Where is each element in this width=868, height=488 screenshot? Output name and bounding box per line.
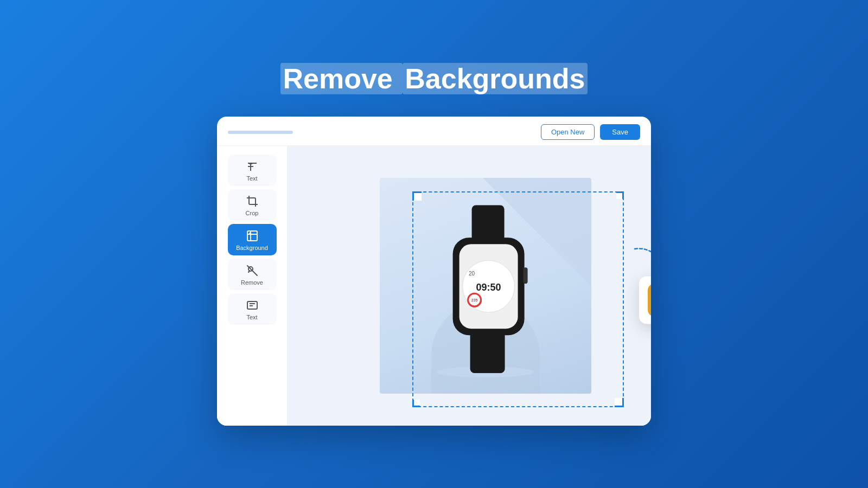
open-new-button[interactable]: Open New: [541, 124, 595, 140]
tool-crop[interactable]: Crop: [228, 189, 277, 221]
canvas-area: 09:50 20 235: [288, 146, 651, 426]
watch-image: 09:50 20 235: [426, 205, 551, 373]
tool-text2[interactable]: Text: [228, 293, 277, 325]
svg-point-3: [249, 233, 250, 234]
crop-corner-br: [616, 400, 624, 407]
page-title: Remove Backgrounds: [280, 62, 587, 95]
background-icon: [246, 229, 259, 242]
sidebar: Text Crop Background: [217, 146, 288, 426]
save-button[interactable]: Save: [600, 124, 640, 140]
tool-text[interactable]: Text: [228, 155, 277, 186]
svg-text:235: 235: [471, 298, 478, 302]
watch-container: 09:50 20 235: [380, 178, 591, 394]
background-tool-label: Background: [236, 245, 268, 251]
svg-rect-16: [524, 267, 528, 284]
svg-rect-7: [470, 330, 505, 373]
svg-text:09:50: 09:50: [476, 282, 501, 293]
remove-icon: [246, 264, 259, 277]
crop-corner-tr: [616, 191, 624, 199]
svg-rect-2: [247, 231, 257, 241]
crop-icon: [246, 195, 259, 208]
text-icon: [246, 160, 259, 173]
remove-tool-label: Remove: [241, 279, 263, 286]
variant-yellow[interactable]: 09:50: [648, 284, 651, 316]
crop-corner-bl: [412, 400, 420, 407]
tool-background[interactable]: Background: [228, 224, 277, 255]
svg-rect-6: [472, 205, 505, 243]
app-window: Open New Save Text Crop: [217, 117, 651, 426]
window-body: Text Crop Background: [217, 146, 651, 426]
svg-text:20: 20: [469, 271, 475, 277]
tool-remove[interactable]: Remove: [228, 259, 277, 290]
header-buttons: Open New Save: [541, 124, 640, 140]
dotted-arrow: [629, 243, 651, 276]
window-header: Open New Save: [217, 117, 651, 146]
variant-popup: 09:50 09:50: [639, 276, 651, 324]
text-tool-label: Text: [246, 175, 257, 182]
text2-icon: [246, 299, 259, 312]
text2-tool-label: Text: [246, 314, 257, 320]
window-title-bar: [228, 131, 293, 134]
crop-tool-label: Crop: [246, 210, 259, 216]
